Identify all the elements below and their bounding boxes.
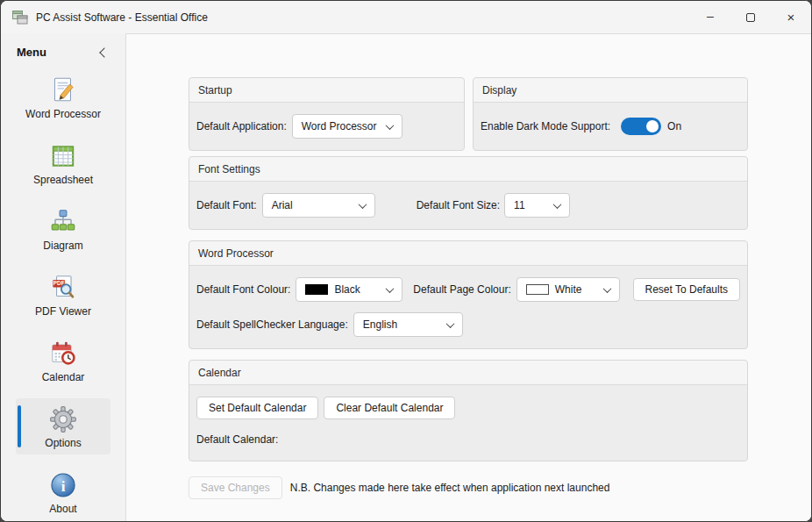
reset-to-defaults-button[interactable]: Reset To Defaults xyxy=(633,278,741,301)
word-processor-group: Word Processor Default Font Colour: Blac… xyxy=(189,240,748,349)
calendar-icon xyxy=(48,338,78,368)
page-colour-dropdown[interactable]: White xyxy=(516,277,620,302)
default-font-size-label: Default Font Size: xyxy=(417,199,500,211)
dark-mode-toggle[interactable] xyxy=(621,118,661,135)
startup-group: Startup Default Application: Word Proces… xyxy=(189,77,465,151)
selected-indicator xyxy=(18,405,21,447)
sidebar-item-diagram[interactable]: Diagram xyxy=(16,201,110,257)
window-title: PC Assist Software - Essential Office xyxy=(36,11,208,24)
sidebar-item-label: Word Processor xyxy=(25,108,101,120)
toggle-knob xyxy=(646,120,659,132)
sidebar-item-label: Calendar xyxy=(42,371,85,383)
chevron-down-icon xyxy=(358,200,367,209)
info-icon: i xyxy=(48,469,78,500)
font-colour-label: Default Font Colour: xyxy=(196,283,290,296)
font-colour-dropdown[interactable]: Black xyxy=(296,277,402,302)
chevron-down-icon xyxy=(386,284,395,293)
page-colour-label: Default Page Colour: xyxy=(413,283,510,296)
font-settings-group: Font Settings Default Font: Arial Defaul… xyxy=(189,156,748,230)
font-settings-group-title: Font Settings xyxy=(189,157,747,182)
sidebar-item-pdf-viewer[interactable]: PDF PDF Viewer xyxy=(16,267,110,323)
black-colour-swatch xyxy=(305,284,328,295)
sidebar-item-label: PDF Viewer xyxy=(35,305,91,318)
pdf-viewer-icon: PDF xyxy=(48,272,78,303)
gear-icon xyxy=(48,404,78,434)
app-window: PC Assist Software - Essential Office – … xyxy=(0,0,812,522)
restart-note: N.B. Changes made here take effect when … xyxy=(290,482,610,494)
chevron-down-icon xyxy=(602,284,611,293)
spellchecker-language-dropdown[interactable]: English xyxy=(353,312,463,337)
clear-default-calendar-button[interactable]: Clear Default Calendar xyxy=(324,397,455,419)
close-icon: × xyxy=(787,10,795,25)
sidebar-item-options[interactable]: Options xyxy=(16,398,110,454)
sidebar-item-calendar[interactable]: Calendar xyxy=(16,333,110,389)
maximize-button[interactable] xyxy=(730,1,771,33)
word-processor-group-title: Word Processor xyxy=(189,241,747,266)
white-colour-swatch xyxy=(526,284,549,295)
sidebar-item-label: About xyxy=(49,503,76,515)
options-page: Startup Default Application: Word Proces… xyxy=(125,33,811,521)
sidebar-item-spreadsheet[interactable]: Spreadsheet xyxy=(16,135,110,191)
maximize-icon xyxy=(746,13,755,22)
sidebar-item-word-processor[interactable]: Word Processor xyxy=(16,69,110,125)
chevron-down-icon xyxy=(553,200,562,209)
close-button[interactable]: × xyxy=(771,1,811,33)
word-processor-icon xyxy=(48,75,78,105)
display-group: Display Enable Dark Mode Support: On xyxy=(473,77,748,151)
page-colour-value: White xyxy=(555,283,582,296)
spellchecker-language-label: Default SpellChecker Language: xyxy=(196,318,348,331)
save-changes-button[interactable]: Save Changes xyxy=(189,476,282,499)
calendar-group: Calendar Set Default Calendar Clear Defa… xyxy=(189,360,748,461)
default-application-label: Default Application: xyxy=(196,120,287,132)
default-application-value: Word Processor xyxy=(302,120,377,132)
default-font-value: Arial xyxy=(272,199,293,211)
spellchecker-language-value: English xyxy=(363,318,397,331)
sidebar-item-about[interactable]: i About xyxy=(16,464,110,520)
chevron-down-icon xyxy=(385,121,394,130)
collapse-sidebar-icon[interactable] xyxy=(99,47,109,57)
spreadsheet-icon xyxy=(48,140,78,171)
diagram-icon xyxy=(48,206,78,237)
minimize-button[interactable]: – xyxy=(690,1,730,33)
title-bar: PC Assist Software - Essential Office – … xyxy=(1,1,811,33)
dark-mode-label: Enable Dark Mode Support: xyxy=(481,120,610,132)
default-font-size-dropdown[interactable]: 11 xyxy=(504,193,570,218)
default-font-dropdown[interactable]: Arial xyxy=(262,193,375,218)
app-icon xyxy=(11,9,29,26)
set-default-calendar-button[interactable]: Set Default Calendar xyxy=(196,397,318,419)
font-colour-value: Black xyxy=(334,283,360,296)
default-calendar-label: Default Calendar: xyxy=(196,433,278,446)
info-glyph: i xyxy=(61,477,66,494)
default-font-label: Default Font: xyxy=(196,199,257,211)
default-font-size-value: 11 xyxy=(514,199,524,211)
sidebar: Menu Word Processor xyxy=(1,33,125,521)
dark-mode-state: On xyxy=(667,120,681,132)
calendar-group-title: Calendar xyxy=(189,361,747,385)
startup-group-title: Startup xyxy=(189,78,464,103)
sidebar-title: Menu xyxy=(17,46,46,59)
default-application-dropdown[interactable]: Word Processor xyxy=(292,114,402,139)
sidebar-item-label: Diagram xyxy=(43,240,82,252)
minimize-icon: – xyxy=(707,10,714,22)
sidebar-item-label: Options xyxy=(45,437,81,449)
display-group-title: Display xyxy=(474,78,747,103)
sidebar-item-label: Spreadsheet xyxy=(33,174,93,186)
chevron-down-icon xyxy=(445,319,454,328)
